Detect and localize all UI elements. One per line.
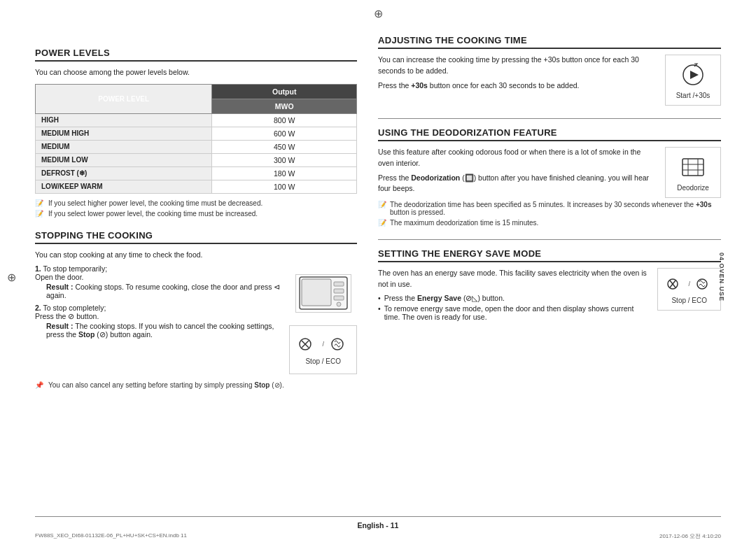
svg-rect-12 xyxy=(682,159,704,176)
svg-point-5 xyxy=(337,302,341,306)
stop-item-1: 1. To stop temporarily;Open the door. Re… xyxy=(35,264,281,299)
power-output-cell: 800 W xyxy=(212,113,357,127)
start-30s-icon xyxy=(679,61,707,89)
stopping-note-icon: 📌 xyxy=(35,381,45,389)
svg-rect-2 xyxy=(334,282,344,286)
energy-save-intro: The oven has an energy save mode. This f… xyxy=(378,268,650,290)
power-level-cell: DEFROST (❄) xyxy=(36,166,212,180)
stopping-cooking-section: STOPPING THE COOKING You can stop cookin… xyxy=(35,230,357,389)
power-note-2: 📝 If you select lower power level, the c… xyxy=(35,210,357,218)
adjusting-time-para2: Press the +30s button once for each 30 s… xyxy=(378,80,658,92)
power-output-cell: 100 W xyxy=(212,180,357,193)
power-level-cell: LOW/KEEP WARM xyxy=(36,180,212,193)
note-icon-1: 📝 xyxy=(35,199,45,207)
stop-eco-box: / Stop / ECO xyxy=(289,325,357,374)
svg-rect-4 xyxy=(334,296,344,300)
stop-item-2: 2. To stop completely;Press the ⊘ button… xyxy=(35,304,281,339)
table-row: DEFROST (❄)180 W xyxy=(36,166,357,180)
bullet-dot-1: • xyxy=(378,294,381,302)
deodorization-text: Use this feature after cooking odorous f… xyxy=(378,147,658,198)
power-output-cell: 180 W xyxy=(212,166,357,180)
power-output-cell: 600 W xyxy=(212,127,357,140)
svg-point-9 xyxy=(332,339,343,350)
power-levels-table: Power level Output MWO HIGH800 WMEDIUM H… xyxy=(35,84,357,194)
deodorization-para2: Press the Deodorization (🔲) button after… xyxy=(378,173,658,195)
stop-eco-label: Stop / ECO xyxy=(305,357,341,365)
start-30s-label: Start /+30s xyxy=(676,92,710,99)
table-header-power-level: Power level xyxy=(36,84,212,113)
microwave-illustration xyxy=(295,274,351,313)
side-oven-use-label: 04 OVEN USE xyxy=(718,253,725,301)
stop-eco-icon: / xyxy=(298,334,348,355)
svg-point-20 xyxy=(697,279,707,289)
deodorize-label: Deodorize xyxy=(677,184,709,192)
bottom-bar: FW88S_XEO_DI68-01132E-06_PL+HU+SK+CS+EN.… xyxy=(35,532,721,540)
energy-save-bullet1: • Press the Energy Save (⊘◺) button. xyxy=(378,294,650,302)
footer: English - 11 xyxy=(35,516,721,530)
svg-rect-1 xyxy=(302,279,331,306)
stopping-note: 📌 You can also cancel any setting before… xyxy=(35,381,357,389)
top-compass-icon: ⊕ xyxy=(374,7,383,20)
deodorization-para1: Use this feature after cooking odorous f… xyxy=(378,147,658,169)
stop-eco-right-icon: / xyxy=(666,274,712,294)
deodorize-note-icon-1: 📝 xyxy=(378,201,386,208)
result-2: Result : The cooking stops. If you wish … xyxy=(46,322,281,339)
stop-eco-right-box: / Stop / ECO xyxy=(657,268,721,311)
svg-rect-3 xyxy=(334,289,344,293)
bottom-left-text: FW88S_XEO_DI68-01132E-06_PL+HU+SK+CS+EN.… xyxy=(35,532,187,540)
deodorize-note-icon-2: 📝 xyxy=(378,219,386,227)
energy-save-text: The oven has an energy save mode. This f… xyxy=(378,268,650,323)
adjusting-time-para1: You can increase the cooking time by pre… xyxy=(378,55,658,77)
footer-text: English - 11 xyxy=(358,521,399,530)
table-row: MEDIUM LOW300 W xyxy=(36,153,357,166)
power-levels-title: POWER LEVELS xyxy=(35,48,357,62)
power-output-cell: 300 W xyxy=(212,153,357,166)
bottom-right-text: 2017-12-06 오전 4:10:20 xyxy=(659,532,721,540)
deodorize-icon xyxy=(679,153,707,181)
power-output-cell: 450 W xyxy=(212,140,357,153)
stopping-text: 1. To stop temporarily;Open the door. Re… xyxy=(35,264,281,343)
deodorization-section: USING THE DEODORIZATION FEATURE Use this… xyxy=(378,127,721,227)
power-levels-intro: You can choose among the power levels be… xyxy=(35,67,357,78)
energy-save-bullet2: • To remove energy save mode, open the d… xyxy=(378,304,650,321)
power-levels-section: POWER LEVELS You can choose among the po… xyxy=(35,48,357,218)
right-column: ADJUSTING THE COOKING TIME You can incre… xyxy=(378,35,721,516)
deodorization-note1: 📝 The deodorization time has been specif… xyxy=(378,201,721,216)
adjusting-time-text: You can increase the cooking time by pre… xyxy=(378,55,658,94)
start-30s-box: Start /+30s xyxy=(665,55,721,106)
table-row: MEDIUM450 W xyxy=(36,140,357,153)
power-level-cell: HIGH xyxy=(36,113,212,127)
power-level-cell: MEDIUM LOW xyxy=(36,153,212,166)
energy-save-section: SETTING THE ENERGY SAVE MODE The oven ha… xyxy=(378,248,721,323)
energy-save-title: SETTING THE ENERGY SAVE MODE xyxy=(378,248,721,262)
note-icon-2: 📝 xyxy=(35,210,45,218)
power-note-1: 📝 If you select higher power level, the … xyxy=(35,199,357,207)
power-level-cell: MEDIUM xyxy=(36,140,212,153)
power-level-cell: MEDIUM HIGH xyxy=(36,127,212,140)
adjusting-time-title: ADJUSTING THE COOKING TIME xyxy=(378,35,721,49)
table-row: MEDIUM HIGH600 W xyxy=(36,127,357,140)
stopping-cooking-title: STOPPING THE COOKING xyxy=(35,230,357,244)
left-column: POWER LEVELS You can choose among the po… xyxy=(35,35,357,516)
result-1: Result : Cooking stops. To resume cookin… xyxy=(46,283,281,299)
table-row: HIGH800 W xyxy=(36,113,357,127)
stop-eco-right-label: Stop / ECO xyxy=(671,297,707,304)
adjusting-time-section: ADJUSTING THE COOKING TIME You can incre… xyxy=(378,35,721,106)
table-header-output: Output xyxy=(212,84,357,99)
svg-marker-11 xyxy=(690,71,699,79)
deodorization-title: USING THE DEODORIZATION FEATURE xyxy=(378,127,721,141)
table-row: LOW/KEEP WARM100 W xyxy=(36,180,357,193)
table-subheader-mwo: MWO xyxy=(212,99,357,113)
bullet-dot-2: • xyxy=(378,304,381,313)
deodorization-note2: 📝 The maximum deodorization time is 15 m… xyxy=(378,219,721,227)
left-compass-icon: ⊕ xyxy=(7,271,16,284)
deodorize-box: Deodorize xyxy=(665,147,721,198)
stopping-cooking-intro: You can stop cooking at any time to chec… xyxy=(35,250,357,261)
